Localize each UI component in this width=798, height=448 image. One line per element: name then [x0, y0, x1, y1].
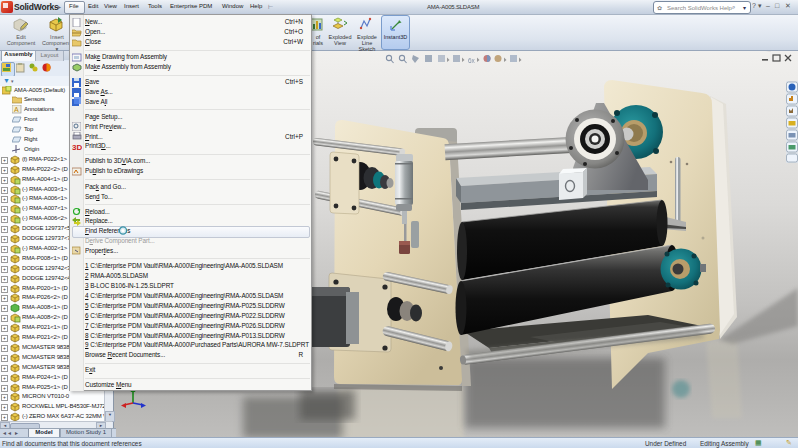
- svg-text:A: A: [14, 106, 19, 113]
- svg-text:3D: 3D: [72, 143, 82, 151]
- svg-text:6x: 6x: [468, 57, 476, 64]
